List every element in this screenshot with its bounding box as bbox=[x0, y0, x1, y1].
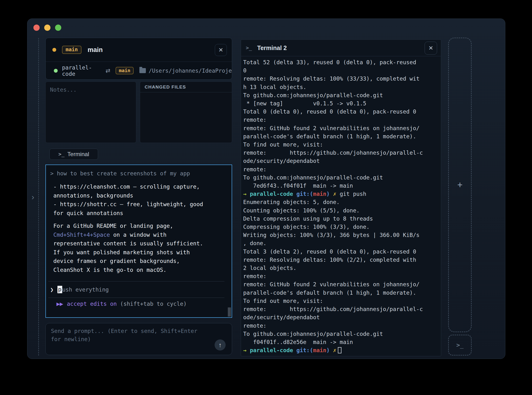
chat-line: representative content is usually suffic… bbox=[53, 239, 232, 248]
terminal-line: remote: https://github.com/johannesjo/pa… bbox=[243, 149, 439, 157]
session-card-header: main main ✕ bbox=[46, 38, 232, 62]
chat-text-cursor: p bbox=[57, 286, 62, 293]
accept-arrows-icon: ▶▶ bbox=[56, 301, 63, 306]
terminal-2-panel: >_ Terminal 2 ✕ Total 52 (delta 33), reu… bbox=[241, 39, 441, 356]
terminal-line: remote: https://github.com/johannesjo/pa… bbox=[243, 305, 439, 313]
repo-status-dot bbox=[54, 69, 58, 73]
repo-branch-badge[interactable]: main bbox=[116, 67, 133, 74]
terminal-line: 2 local objects. bbox=[243, 264, 439, 272]
terminal-line: remote: bbox=[243, 272, 439, 280]
left-rail-divider bbox=[38, 38, 39, 356]
chat-prompt-icon: ❯ bbox=[50, 287, 54, 293]
changed-files-title: CHANGED FILES bbox=[145, 84, 186, 90]
repo-path: /Users/johannes/IdeaProjects/ bbox=[149, 68, 232, 74]
chat-input-row[interactable]: ❯ p ush everything bbox=[46, 281, 232, 298]
chat-user-query: > how to best create screenshots of my a… bbox=[50, 169, 232, 178]
chat-line: annotations, backgrounds bbox=[53, 191, 232, 200]
changed-files-header: CHANGED FILES bbox=[140, 82, 232, 92]
terminal-line: parallel-code's default branch (1 high, … bbox=[243, 132, 439, 140]
session-close-button[interactable]: ✕ bbox=[215, 44, 227, 56]
terminal-line: To find out more, visit: bbox=[243, 140, 439, 149]
chat-line: Cmd+Shift+4+Space on a window with bbox=[53, 230, 232, 239]
terminal-line: Total 3 (delta 2), reused 0 (delta 0), p… bbox=[243, 248, 439, 256]
chat-line: device frames or gradient backgrounds, bbox=[53, 257, 232, 266]
repo-name: parallel-code bbox=[62, 64, 99, 77]
chat-input-text: ush everything bbox=[62, 287, 109, 293]
terminal-line: 0 bbox=[243, 66, 439, 75]
terminal-line: Writing objects: 100% (3/3), 366 bytes |… bbox=[243, 231, 439, 239]
terminal-line: remote: bbox=[243, 116, 439, 124]
terminal-prompt-icon: >_ bbox=[246, 45, 252, 51]
notes-panel[interactable]: Notes... bbox=[45, 82, 136, 143]
terminal-line: Compressing objects: 100% (3/3), done. bbox=[243, 223, 439, 231]
accept-edits-row[interactable]: ▶▶ accept edits on (shift+tab to cycle) bbox=[46, 298, 232, 310]
terminal-line: remote: GitHub found 2 vulnerabilities o… bbox=[243, 280, 439, 288]
repo-row: parallel-code ⇄ main /Users/johannes/Ide… bbox=[46, 62, 232, 79]
expand-sidebar-chevron-icon[interactable]: › bbox=[30, 192, 36, 201]
app-window: › main main ✕ parallel-code ⇄ main /User… bbox=[27, 19, 505, 359]
chat-content: > how to best create screenshots of my a… bbox=[46, 165, 232, 274]
terminal-toggle-button[interactable]: >_ Terminal bbox=[49, 149, 98, 160]
terminal-line: → parallel-code git:(main) ✗ bbox=[243, 346, 439, 354]
terminal-line: Total 52 (delta 33), reused 0 (delta 0),… bbox=[243, 58, 439, 66]
terminal-line: Counting objects: 100% (5/5), done. bbox=[243, 206, 439, 215]
chat-line: If you want polished marketing shots wit… bbox=[53, 248, 232, 257]
plus-icon: + bbox=[457, 180, 463, 190]
terminal-line: remote: Resolving deltas: 100% (33/33), … bbox=[243, 75, 439, 83]
changed-files-panel: CHANGED FILES bbox=[140, 82, 232, 143]
send-button[interactable]: ↑ bbox=[215, 339, 226, 350]
agent-chat-area[interactable]: > how to best create screenshots of my a… bbox=[45, 165, 232, 318]
terminal-line: ode/security/dependabot bbox=[243, 313, 439, 321]
close-window-button[interactable] bbox=[33, 25, 40, 31]
terminal-line: remote: Resolving deltas: 100% (2/2), co… bbox=[243, 256, 439, 264]
add-panel-dropzone[interactable]: + bbox=[448, 38, 472, 332]
minimize-window-button[interactable] bbox=[44, 25, 50, 31]
terminal-line: remote: bbox=[243, 322, 439, 330]
terminal-line: parallel-code's default branch (1 high, … bbox=[243, 289, 439, 297]
accept-edits-label: accept edits on bbox=[67, 301, 117, 307]
add-terminal-dropzone[interactable]: >_ bbox=[448, 335, 472, 356]
accept-edits-hint: (shift+tab to cycle) bbox=[117, 301, 187, 307]
terminal-prompt-icon: >_ bbox=[58, 151, 64, 157]
terminal-line: * [new tag] v0.1.5 -> v0.1.5 bbox=[243, 99, 439, 108]
terminal-line: f04f01f..d82e56e main -> main bbox=[243, 338, 439, 346]
chat-line: For a GitHub README or landing page, bbox=[53, 222, 232, 230]
terminal-line: remote: bbox=[243, 165, 439, 173]
terminal-line: h 13 local objects. bbox=[243, 83, 439, 91]
terminal-line: 7ed6f43..f04f01f main -> main bbox=[243, 182, 439, 190]
prompt-input-box[interactable]: Send a prompt... (Enter to send, Shift+E… bbox=[45, 323, 232, 355]
terminal-line: To github.com:johannesjo/parallel-code.g… bbox=[243, 330, 439, 338]
session-branch-badge: main bbox=[62, 46, 81, 54]
folder-icon bbox=[139, 68, 146, 73]
terminal-line: remote: GitHub found 2 vulnerabilities o… bbox=[243, 124, 439, 132]
terminal-output[interactable]: Total 52 (delta 33), reused 0 (delta 0),… bbox=[241, 56, 441, 354]
terminal-line: Delta compression using up to 8 threads bbox=[243, 215, 439, 223]
terminal-line: → parallel-code git:(main) ✗ git push bbox=[243, 190, 439, 198]
terminal-line: ode/security/dependabot bbox=[243, 157, 439, 165]
terminal-line: Enumerating objects: 5, done. bbox=[243, 198, 439, 206]
desktop-background: › main main ✕ parallel-code ⇄ main /User… bbox=[0, 0, 532, 395]
zoom-window-button[interactable] bbox=[55, 25, 61, 31]
terminal-2-header: >_ Terminal 2 ✕ bbox=[241, 40, 441, 56]
chat-line: for quick annotations bbox=[53, 209, 232, 218]
session-card: main main ✕ parallel-code ⇄ main /Users/… bbox=[45, 38, 232, 80]
traffic-lights bbox=[33, 25, 61, 31]
terminal-line: , done. bbox=[243, 239, 439, 247]
chat-scrollbar-thumb[interactable] bbox=[228, 307, 231, 317]
session-status-dot bbox=[52, 48, 56, 52]
notes-placeholder: Notes... bbox=[50, 87, 132, 93]
terminal-button-label: Terminal bbox=[67, 151, 89, 158]
prompt-placeholder: Send a prompt... (Enter to send, Shift+E… bbox=[51, 327, 207, 343]
chat-answer: - https://cleanshot.com — scrolling capt… bbox=[53, 182, 232, 274]
terminal-line: To github.com:johannesjo/parallel-code.g… bbox=[243, 91, 439, 99]
terminal-2-close-button[interactable]: ✕ bbox=[425, 42, 437, 55]
terminal-line: To find out more, visit: bbox=[243, 297, 439, 305]
terminal-line: To github.com:johannesjo/parallel-code.g… bbox=[243, 173, 439, 182]
chat-line: - https://shottr.cc — free, lightweight,… bbox=[53, 200, 232, 209]
terminal-2-title: Terminal 2 bbox=[257, 45, 287, 51]
chat-line bbox=[53, 217, 232, 222]
terminal-prompt-icon: >_ bbox=[456, 342, 464, 349]
chat-line: - https://cleanshot.com — scrolling capt… bbox=[53, 182, 232, 191]
branch-compare-icon: ⇄ bbox=[105, 67, 110, 74]
session-title: main bbox=[88, 46, 103, 54]
